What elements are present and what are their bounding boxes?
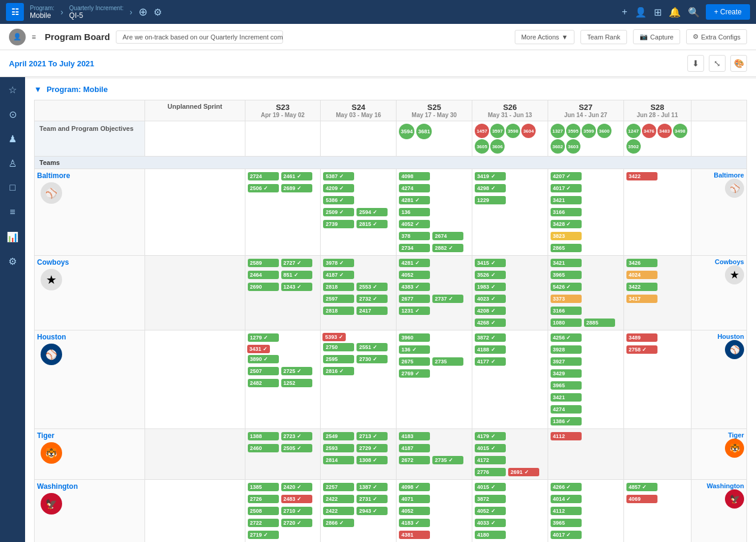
badge-3476[interactable]: 3476 xyxy=(642,124,656,138)
sidebar-item-chart[interactable]: 📊 xyxy=(2,226,23,247)
card-1385[interactable]: 1385 xyxy=(248,483,279,491)
card-2422b[interactable]: 2422 xyxy=(323,507,354,515)
card-2675[interactable]: 2675 xyxy=(399,357,430,366)
bell-icon[interactable]: 🔔 xyxy=(669,7,681,18)
card-3890[interactable]: 3890 ✓ xyxy=(248,355,279,363)
badge-1457[interactable]: 1457 xyxy=(475,124,489,138)
add-icon[interactable]: + xyxy=(622,7,627,17)
card-2710[interactable]: 2710 ✓ xyxy=(281,507,312,515)
card-2735t[interactable]: 2735 ✓ xyxy=(432,456,463,464)
card-4069[interactable]: 4069 xyxy=(626,495,657,503)
card-2594[interactable]: 2594 ✓ xyxy=(357,208,388,216)
card-3965h[interactable]: 3965 xyxy=(551,381,582,390)
card-2508[interactable]: 2508 xyxy=(248,507,279,515)
card-2713[interactable]: 2713 ✓ xyxy=(357,432,388,440)
badge-1327[interactable]: 1327 xyxy=(551,124,565,138)
extra-configs-button[interactable]: ⚙ Extra Configs xyxy=(686,29,747,44)
card-4052wb[interactable]: 4052 ✓ xyxy=(475,507,506,515)
card-4209[interactable]: 4209 ✓ xyxy=(323,184,354,192)
card-4187t[interactable]: 4187 xyxy=(399,444,430,452)
badge-3599[interactable]: 3599 xyxy=(582,124,596,138)
card-4857[interactable]: 4857 ✓ xyxy=(626,483,657,491)
card-1252[interactable]: 1252 xyxy=(281,379,312,387)
card-3421c[interactable]: 3421 xyxy=(551,259,582,267)
sidebar-item-settings[interactable]: ⚙ xyxy=(2,250,23,272)
card-851[interactable]: 851 ✓ xyxy=(281,271,312,279)
card-4183w[interactable]: 4183 ✓ xyxy=(399,519,430,527)
card-4266[interactable]: 4266 ✓ xyxy=(551,483,582,491)
card-4180[interactable]: 4180 xyxy=(475,531,506,539)
card-3928[interactable]: 3928 xyxy=(551,345,582,354)
card-5426[interactable]: 5426 ✓ xyxy=(551,283,582,291)
card-2758[interactable]: 2758 ✓ xyxy=(626,345,657,354)
card-3417[interactable]: 3417 xyxy=(626,295,657,303)
badge-3498[interactable]: 3498 xyxy=(673,124,687,138)
badge-3483[interactable]: 3483 xyxy=(657,124,672,138)
card-4052[interactable]: 4052 ✓ xyxy=(399,220,430,228)
card-2506[interactable]: 2506 ✓ xyxy=(248,184,279,192)
card-3373[interactable]: 3373 xyxy=(551,295,582,303)
card-2593[interactable]: 2593 xyxy=(323,444,354,452)
card-1983[interactable]: 1983 ✓ xyxy=(475,283,506,291)
card-3415[interactable]: 3415 ✓ xyxy=(475,259,506,267)
card-3978[interactable]: 3978 ✓ xyxy=(323,259,354,267)
card-3526[interactable]: 3526 ✓ xyxy=(475,271,506,279)
card-4015[interactable]: 4015 ✓ xyxy=(475,444,506,452)
card-5393[interactable]: 5393 ✓ xyxy=(322,333,346,341)
card-2815[interactable]: 2815 ✓ xyxy=(357,220,388,228)
card-2865[interactable]: 2865 xyxy=(551,244,582,252)
card-1387[interactable]: 1387 ✓ xyxy=(357,483,388,491)
card-136h[interactable]: 136 ✓ xyxy=(399,345,430,354)
card-2816[interactable]: 2816 ✓ xyxy=(323,367,354,375)
card-2597[interactable]: 2597 xyxy=(323,295,354,303)
card-2553[interactable]: 2553 ✓ xyxy=(357,283,388,291)
card-3927[interactable]: 3927 xyxy=(551,357,582,366)
card-1080[interactable]: 1080 xyxy=(551,319,582,327)
capture-button[interactable]: 📷 Capture xyxy=(633,29,680,44)
card-3426[interactable]: 3426 xyxy=(626,259,657,267)
card-3489[interactable]: 3489 xyxy=(626,333,657,342)
card-2732[interactable]: 2732 ✓ xyxy=(357,295,388,303)
card-3422c[interactable]: 3422 xyxy=(626,283,657,291)
card-4024[interactable]: 4024 xyxy=(626,271,657,279)
settings-icon[interactable]: ⚙ xyxy=(153,7,162,18)
badge-3606[interactable]: 3606 xyxy=(490,139,505,154)
card-3429[interactable]: 3429 xyxy=(551,369,582,378)
card-2722[interactable]: 2722 xyxy=(248,519,279,527)
badge-3600[interactable]: 3600 xyxy=(597,124,611,138)
card-2674[interactable]: 2674 xyxy=(432,232,463,240)
card-2730[interactable]: 2730 ✓ xyxy=(357,355,388,363)
card-3428[interactable]: 3428 ✓ xyxy=(551,220,582,228)
card-4207[interactable]: 4207 ✓ xyxy=(551,172,582,180)
card-136[interactable]: 136 xyxy=(399,208,430,216)
card-2691[interactable]: 2691 ✓ xyxy=(508,468,539,476)
card-378[interactable]: 378 xyxy=(399,232,430,240)
card-2720[interactable]: 2720 ✓ xyxy=(281,519,312,527)
badge-3594[interactable]: 3594 xyxy=(399,124,414,139)
card-2727[interactable]: 2727 ✓ xyxy=(281,259,312,267)
card-4274[interactable]: 4274 xyxy=(399,184,430,192)
card-4187[interactable]: 4187 ✓ xyxy=(323,271,354,279)
card-3823[interactable]: 3823 xyxy=(551,232,582,240)
card-4383[interactable]: 4383 ✓ xyxy=(399,283,430,291)
card-2422[interactable]: 2422 xyxy=(323,495,354,503)
card-3431[interactable]: 3431 ✓ xyxy=(247,345,271,353)
card-2257[interactable]: 2257 xyxy=(323,483,354,491)
card-3965[interactable]: 3965 xyxy=(551,271,582,279)
card-2943[interactable]: 2943 ✓ xyxy=(357,507,388,515)
card-3960[interactable]: 3960 xyxy=(399,333,430,342)
card-2735[interactable]: 2735 xyxy=(432,357,463,366)
card-4281c[interactable]: 4281 ✓ xyxy=(399,259,430,267)
card-4381[interactable]: 4381 xyxy=(399,531,430,539)
color-icon[interactable]: 🎨 xyxy=(730,55,747,72)
card-1229[interactable]: 1229 xyxy=(475,196,506,204)
card-3872[interactable]: 3872 ✓ xyxy=(475,333,506,342)
sidebar-item-list[interactable]: ≡ xyxy=(2,201,23,223)
card-5386[interactable]: 5386 ✓ xyxy=(323,196,354,204)
user-icon[interactable]: 👤 xyxy=(635,7,647,18)
card-2482[interactable]: 2482 xyxy=(248,379,279,387)
badge-3604[interactable]: 3604 xyxy=(521,124,536,138)
filter-dropdown[interactable]: Are we on-track based on our Quarterly I… xyxy=(116,30,283,44)
card-2731[interactable]: 2731 ✓ xyxy=(357,495,388,503)
card-4017w[interactable]: 4017 ✓ xyxy=(551,531,582,539)
